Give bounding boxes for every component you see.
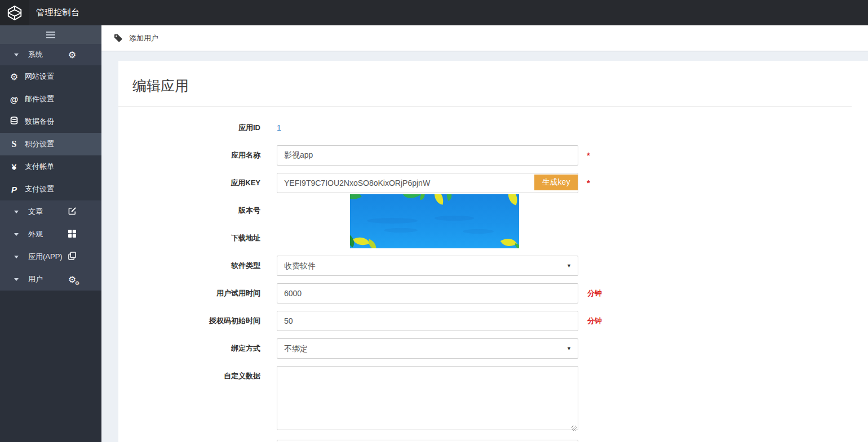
- field-label: 版本号: [127, 200, 260, 221]
- grid-icon: [67, 230, 78, 239]
- form-row-auth-init-time: 授权码初始时间 分钟: [127, 311, 860, 331]
- tag-icon: [114, 34, 122, 42]
- sidebar-group-appearance[interactable]: 外观: [0, 223, 101, 245]
- app-notice-input[interactable]: [277, 440, 578, 442]
- form-row-bind-mode: 绑定方式 不绑定 ▼: [127, 338, 860, 359]
- chevron-down-icon: [14, 211, 19, 213]
- sidebar-item-label: 邮件设置: [25, 94, 54, 104]
- generate-key-button[interactable]: 生成key: [534, 175, 578, 190]
- copy-icon: [67, 252, 78, 262]
- leaf-decoration: [353, 234, 370, 248]
- sidebar-item-label: 积分设置: [25, 139, 54, 149]
- sidebar-group-label: 系统: [28, 50, 67, 60]
- field-label: 应用KEY: [127, 173, 260, 193]
- page-title: 编辑应用: [132, 77, 860, 95]
- promo-banner-image[interactable]: [350, 194, 519, 248]
- sidebar-group-app[interactable]: 应用(APP): [0, 245, 101, 268]
- chevron-down-icon: [14, 233, 19, 236]
- sidebar-item-website-settings[interactable]: ⚙ 网站设置: [0, 65, 101, 88]
- leaf-decoration: [419, 194, 426, 200]
- sidebar-group-system[interactable]: 系统 ⚙: [0, 44, 101, 65]
- sidebar-group-users[interactable]: 用户 ⚙⚙: [0, 268, 101, 291]
- sidebar-collapse-toggle[interactable]: [0, 25, 101, 44]
- form-row-app-key: 应用KEY 生成key *: [127, 173, 860, 193]
- sidebar-item-payment-bills[interactable]: ¥ 支付帐单: [0, 155, 101, 178]
- leaf-decoration: [514, 243, 519, 248]
- trial-time-input[interactable]: [277, 283, 578, 303]
- select-arrow-icon: ▼: [566, 339, 572, 358]
- chevron-down-icon: [14, 278, 19, 281]
- custom-data-textarea[interactable]: [277, 366, 578, 430]
- sidebar-item-points-settings[interactable]: S 积分设置: [0, 133, 101, 155]
- database-icon: [8, 117, 20, 127]
- form-row-app-id: 应用ID 1: [127, 118, 860, 138]
- cogs-icon: ⚙⚙: [67, 274, 78, 285]
- sidebar-item-payment-settings[interactable]: P 支付设置: [0, 178, 101, 200]
- unit-label: 分钟: [587, 283, 602, 303]
- hamburger-icon: [46, 32, 55, 38]
- field-label: 授权码初始时间: [127, 311, 260, 331]
- form-row-custom-data: 自定义数据: [127, 366, 860, 432]
- leaf-decoration: [501, 235, 517, 248]
- content-area: 编辑应用 应用ID 1 应用名称 * 应用KEY: [101, 51, 868, 442]
- auth-init-time-input[interactable]: [277, 311, 578, 331]
- paypal-icon: P: [8, 185, 20, 194]
- chevron-down-icon: [14, 53, 19, 56]
- app-key-input[interactable]: [277, 173, 578, 193]
- stripe-s-icon: S: [8, 139, 20, 149]
- codepen-cube-icon: [6, 5, 23, 21]
- breadcrumb: 添加用户: [101, 25, 868, 51]
- edit-icon: [67, 207, 78, 217]
- sidebar-group-label: 文章: [28, 207, 67, 217]
- title-divider: [118, 106, 852, 107]
- required-asterisk: *: [587, 173, 590, 193]
- sidebar-item-label: 支付设置: [25, 184, 54, 194]
- sidebar-group-label: 用户: [28, 274, 67, 284]
- main-area: 添加用户 编辑应用 应用ID 1 应用名称 *: [101, 25, 868, 442]
- gear-icon: ⚙: [67, 50, 78, 60]
- field-label: 自定义数据: [127, 366, 260, 432]
- sidebar-empty-area: [0, 291, 101, 442]
- select-arrow-icon: ▼: [566, 256, 572, 275]
- at-icon: @: [8, 95, 20, 104]
- sidebar-group-label: 应用(APP): [28, 252, 67, 262]
- bind-mode-select[interactable]: 不绑定 ▼: [277, 338, 578, 359]
- chevron-down-icon: [14, 256, 19, 258]
- sidebar-item-data-backup[interactable]: 数据备份: [0, 110, 101, 133]
- leaf-decoration: [402, 194, 420, 202]
- form-row-software-type: 软件类型 收费软件 ▼: [127, 256, 860, 276]
- form-row-app-name: 应用名称 *: [127, 145, 860, 166]
- sidebar: 系统 ⚙ ⚙ 网站设置 @ 邮件设置 数据备份: [0, 25, 101, 442]
- sidebar-item-mail-settings[interactable]: @ 邮件设置: [0, 88, 101, 110]
- leaf-decoration: [432, 194, 445, 205]
- leaf-decoration: [505, 194, 519, 206]
- gear-icon: ⚙: [8, 72, 20, 82]
- field-label: 软件类型: [127, 256, 260, 276]
- breadcrumb-label[interactable]: 添加用户: [129, 33, 158, 43]
- field-label: 应用ID: [127, 118, 260, 138]
- app-id-value: 1: [277, 123, 281, 132]
- top-bar: 管理控制台: [0, 0, 868, 25]
- field-label: 应用名称: [127, 145, 260, 166]
- field-label: 绑定方式: [127, 338, 260, 359]
- sidebar-item-label: 数据备份: [25, 117, 54, 127]
- leaf-decoration: [444, 194, 454, 201]
- field-label: 用户试用时间: [127, 283, 260, 303]
- sidebar-item-label: 网站设置: [25, 72, 54, 82]
- software-type-select[interactable]: 收费软件 ▼: [277, 256, 578, 276]
- yen-icon: ¥: [8, 162, 20, 172]
- field-label: 应用公告: [127, 440, 260, 442]
- form-row-app-notice: 应用公告: [127, 440, 860, 442]
- edit-app-card: 编辑应用 应用ID 1 应用名称 * 应用KEY: [118, 61, 868, 442]
- sidebar-group-label: 外观: [28, 229, 67, 239]
- field-label: 下载地址: [127, 228, 260, 248]
- app-name-input[interactable]: [277, 145, 578, 166]
- sidebar-item-label: 支付帐单: [25, 162, 54, 172]
- leaf-decoration: [350, 194, 362, 203]
- selected-option: 收费软件: [284, 261, 316, 270]
- form-row-trial-time: 用户试用时间 分钟: [127, 283, 860, 303]
- unit-label: 分钟: [587, 311, 602, 331]
- sidebar-group-articles[interactable]: 文章: [0, 200, 101, 223]
- app-logo[interactable]: [0, 0, 29, 25]
- required-asterisk: *: [587, 145, 590, 166]
